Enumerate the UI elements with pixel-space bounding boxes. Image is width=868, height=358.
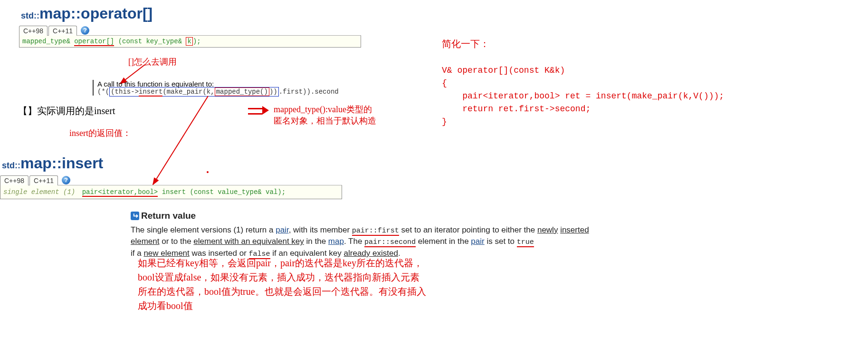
chinese-explanation: 如果已经有key相等，会返回pair，pair的迭代器是key所在的迭代器， b…	[138, 256, 426, 313]
annot-mapped-type-1: mapped_type():value类型的	[274, 104, 372, 115]
eq-mapped-type-box: mapped_type()	[215, 87, 269, 96]
pair-link[interactable]: pair	[276, 225, 288, 234]
insert-signature: single element (1) pair<iterator,bool> i…	[0, 185, 342, 199]
sig-rest: insert (const value_type& val);	[158, 188, 286, 196]
insert-tabs: C++98 C++11 ?	[0, 175, 342, 185]
true-word: true	[517, 238, 534, 247]
return-value-text: The single element versions (1) return a…	[131, 224, 610, 260]
pair-first: pair::first	[352, 227, 399, 236]
sig-return-type: pair<iterator,bool>	[82, 188, 158, 197]
simplified-code: 简化一下： V& operator[](const K&k) { pair<it…	[442, 24, 724, 128]
tab-cpp98[interactable]: C++98	[19, 26, 48, 36]
equivalent-block: A call to this function is equivalent to…	[93, 80, 339, 96]
equivalent-code: (*((this->insert(make_pair(k,mapped_type…	[97, 88, 339, 96]
eq-post: .first)).second	[279, 88, 339, 96]
eq-insert: insert	[139, 88, 162, 97]
pair-second: pair::second	[364, 238, 416, 247]
map-link[interactable]: map	[328, 237, 344, 246]
thick-arrow-icon	[248, 106, 269, 115]
rc-l4: return ret.first->second;	[442, 104, 591, 114]
sep-2: ::	[52, 155, 62, 172]
rc-l5: }	[442, 117, 447, 126]
cn-l3: 所在的迭代器，bool值为true。也就是会返回一个迭代器。有没有插入	[138, 284, 426, 299]
method-name: operator[]	[81, 5, 153, 22]
help-icon-2[interactable]: ?	[62, 176, 70, 184]
rv-t6: . The	[344, 237, 364, 246]
return-value-section: Return value The single element versions…	[131, 209, 610, 260]
tab-cpp11-2[interactable]: C++11	[29, 175, 58, 185]
annot-mapped-type-2: 匿名对象，相当于默认构造	[274, 115, 376, 126]
cn-l4: 成功看bool值	[138, 299, 426, 313]
rv-t1: The single element versions (1) return a	[131, 225, 276, 234]
annot-bracket-call: []怎么去调用	[128, 56, 177, 68]
eq-pre: (*(	[97, 88, 109, 96]
tab-cpp98-2[interactable]: C++98	[0, 175, 29, 185]
std-prefix: std::	[21, 11, 39, 20]
sig-k-box: k	[186, 37, 192, 46]
class-name-2: map	[20, 155, 52, 172]
class-name: map	[39, 5, 71, 22]
method-name-2: insert	[62, 155, 103, 172]
eq-boxpre: (this->	[111, 88, 139, 96]
cn-l2: bool设置成false，如果没有元素，插入成功，迭代器指向新插入元素	[138, 270, 426, 284]
help-icon[interactable]: ?	[81, 26, 89, 35]
annot-actual-call: 【】实际调用的是insert	[18, 105, 115, 117]
sep: ::	[71, 5, 81, 22]
sig-operator: operator[]	[74, 38, 114, 46]
rv-t2: , with its member	[289, 225, 352, 234]
eq-main-box: (this->insert(make_pair(k,mapped_type())…	[109, 87, 278, 97]
sig-mid: (const key_type&	[114, 38, 186, 45]
rv-t5: in the	[304, 237, 328, 246]
rv-t4: or to the	[159, 237, 193, 246]
sig-variant: single element (1)	[3, 188, 75, 196]
rc-l2: {	[442, 78, 447, 88]
insert-title: std::map::insert	[2, 155, 342, 172]
return-icon	[131, 212, 139, 220]
sig-pre: mapped_type&	[22, 38, 74, 45]
equivalent-key: element with an equivalent key	[193, 237, 304, 246]
rv-t8: is set to	[485, 237, 517, 246]
annot-insert-return: insert的返回值：	[69, 127, 131, 139]
cn-l1: 如果已经有key相等，会返回pair，pair的迭代器是key所在的迭代器，	[138, 256, 426, 270]
rv-t7: element in the	[416, 237, 471, 246]
rc-l1: V& operator[](const K&k)	[442, 66, 565, 75]
newly-prefix: newly	[537, 225, 558, 234]
tab-cpp11[interactable]: C++11	[48, 26, 77, 36]
pair-link-2[interactable]: pair	[471, 237, 484, 246]
eq-mid2: ))	[269, 88, 277, 96]
op-signature: mapped_type& operator[] (const key_type&…	[19, 36, 361, 48]
std-prefix-2: std::	[2, 161, 20, 170]
rc-l3: pair<iterator,bool> ret = insert(make_pa…	[442, 91, 724, 101]
return-value-heading: Return value	[131, 209, 610, 223]
return-heading-text: Return value	[141, 211, 196, 221]
op-tabs: C++98 C++11 ?	[19, 25, 361, 36]
rc-intro: 简化一下：	[442, 39, 489, 49]
rv-t3: set to an iterator pointing to either th…	[399, 225, 537, 234]
eq-mid1: (make_pair(k,	[162, 88, 214, 96]
sig-post: );	[193, 38, 201, 45]
operator-title: std::map::operator[]	[21, 5, 361, 22]
